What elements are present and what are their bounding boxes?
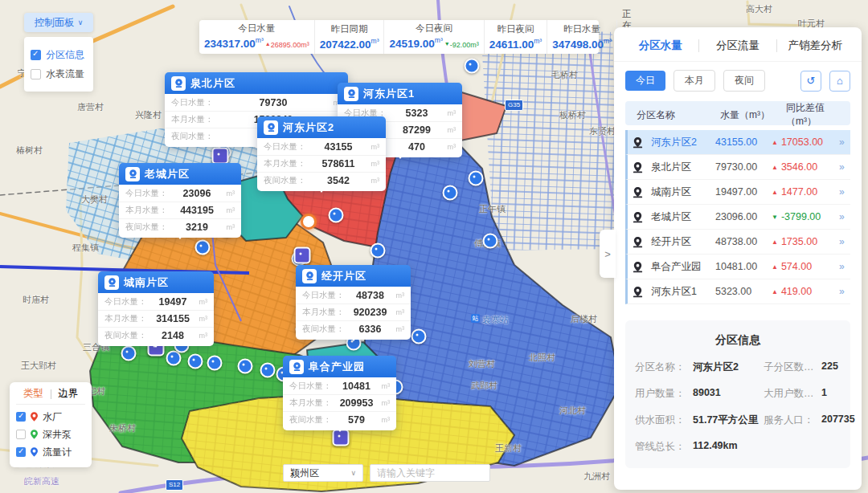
flow-meter-marker[interactable] (465, 59, 480, 74)
map-label: 高大村 (746, 3, 772, 15)
map-legend: 类型 边界 水厂 深井泵 流量计 (10, 382, 92, 467)
train-station-icon: 站 (471, 314, 480, 323)
table-row[interactable]: 老城片区 23096.00 ▼-3799.00 » (625, 205, 850, 230)
filter-month-button[interactable]: 本月 (674, 70, 715, 92)
water-meter-icon (344, 87, 358, 101)
checkbox-checked-icon[interactable] (31, 50, 41, 60)
district-marker[interactable] (212, 148, 229, 165)
row-volume: 19497.00 (715, 186, 772, 198)
checkbox-unchecked-icon[interactable] (31, 69, 41, 79)
table-row[interactable]: 城南片区 19497.00 ▲1477.00 » (625, 180, 850, 205)
legend-tab-type[interactable]: 类型 (16, 387, 51, 401)
home-button[interactable]: ⌂ (829, 71, 850, 92)
keyword-search-input[interactable] (370, 464, 490, 482)
unit-label: m³ (199, 332, 208, 340)
flow-meter-marker[interactable] (329, 208, 344, 223)
info-label: 管线总长： (635, 440, 693, 454)
analysis-panel: 分区水量 分区流量 产销差分析 今日 本月 夜间 ↺ ⌂ 分区名称 水量（m³）… (614, 27, 862, 490)
unit-label: m³ (604, 37, 612, 45)
checkbox-unchecked-icon[interactable] (16, 430, 26, 439)
popup-laocheng[interactable]: 老城片区 今日水量：23096m³ 本月水量：443195m³ 夜间水量：321… (119, 163, 241, 238)
up-arrow-icon: ▲ (772, 263, 778, 271)
undo-button[interactable]: ↺ (800, 71, 821, 92)
legend-item-deepwell[interactable]: 深井泵 (16, 426, 85, 443)
flow-meter-marker[interactable] (443, 185, 458, 201)
table-header: 分区名称 水量（m³） 同比差值（m³） (625, 101, 850, 125)
flow-meter-marker[interactable] (260, 363, 276, 378)
popup-row-value: 470 (387, 141, 448, 153)
district-pin-icon (632, 161, 644, 173)
table-row[interactable]: 河东片区2 43155.00 ▲17053.00 » (625, 130, 850, 155)
row-diff: -3799.00 (781, 211, 821, 222)
tab-partition-volume[interactable]: 分区水量 (622, 39, 698, 53)
flow-meter-marker[interactable] (195, 240, 211, 255)
popup-row-label: 本月水量： (104, 313, 147, 324)
flow-meter-marker[interactable] (469, 171, 484, 186)
info-value: 51.77平方公里 (693, 414, 764, 427)
row-district-name: 泉北片区 (651, 161, 715, 174)
flow-meter-marker[interactable] (188, 354, 203, 369)
flow-meter-marker[interactable] (238, 359, 253, 374)
up-arrow-icon: ▲ (772, 189, 778, 196)
down-arrow-icon: ▼ (444, 41, 450, 47)
filter-today-button[interactable]: 今日 (625, 71, 665, 91)
row-detail-icon[interactable]: » (839, 211, 850, 222)
flow-meter-marker[interactable] (121, 346, 137, 361)
unit-label: m³ (382, 382, 391, 390)
control-panel-toggle[interactable]: 控制面板 ∨ (24, 13, 93, 32)
popup-chengnan[interactable]: 城南片区 今日水量：19497m³ 本月水量：314155m³ 夜间水量：214… (98, 271, 214, 346)
checkbox-checked-icon[interactable] (16, 412, 26, 422)
panel-collapse-toggle[interactable]: > (600, 230, 616, 278)
flow-meter-marker[interactable] (411, 329, 427, 344)
flow-meter-marker[interactable] (207, 356, 223, 371)
row-detail-icon[interactable]: » (839, 286, 850, 297)
unit-label: m³ (371, 160, 380, 168)
legend-item-flowmeter[interactable]: 流量计 (16, 443, 85, 461)
popup-row-label: 本月水量： (125, 205, 168, 216)
popup-hedong2[interactable]: 河东片区2 今日水量：43155m³ 本月水量：578611m³ 夜间水量：35… (257, 116, 386, 191)
checkbox-checked-icon[interactable] (16, 447, 26, 457)
popup-row-value: 5323 (387, 108, 448, 119)
info-value: 1 (821, 387, 855, 401)
row-district-name: 老城片区 (651, 210, 715, 224)
unit-label: m³ (371, 143, 380, 151)
up-arrow-icon: ▲ (772, 288, 778, 295)
row-diff: 574.00 (781, 261, 812, 272)
row-detail-icon[interactable]: » (839, 236, 850, 247)
popup-header: 泉北片区 (165, 72, 348, 94)
layer-toggle-meterflow[interactable]: 水表流量 (31, 64, 87, 84)
popup-fuhe[interactable]: 阜合产业园 今日水量：10481m³ 本月水量：209953m³ 夜间水量：57… (283, 356, 396, 430)
table-row[interactable]: 阜合产业园 10481.00 ▲574.00 » (625, 255, 850, 279)
legend-item-waterplant[interactable]: 水厂 (16, 408, 85, 426)
map-label: 王大郢村 (21, 360, 56, 372)
district-select[interactable]: 颍州区 ∨ (283, 464, 363, 482)
layer-toggle-partition[interactable]: 分区信息 (31, 45, 87, 64)
row-volume: 10481.00 (715, 261, 772, 272)
unit-label: m³ (227, 223, 235, 231)
flow-meter-marker[interactable] (166, 351, 182, 366)
row-detail-icon[interactable]: » (839, 161, 850, 173)
alarm-marker[interactable] (301, 214, 317, 230)
popup-row-value: 10481 (332, 381, 382, 392)
tab-partition-flow[interactable]: 分区流量 (699, 39, 776, 53)
popup-row-value: 2148 (147, 330, 199, 341)
district-marker[interactable] (294, 247, 311, 264)
row-district-name: 河东片区1 (651, 285, 715, 299)
stat-value: 24611.00 (489, 38, 534, 50)
row-detail-icon[interactable]: » (839, 186, 850, 198)
legend-tab-boundary[interactable]: 边界 (51, 387, 86, 401)
table-row[interactable]: 经开片区 48738.00 ▲1735.00 » (625, 230, 850, 255)
map-label: 板桥村 (559, 109, 586, 121)
table-row[interactable]: 泉北片区 79730.00 ▲3546.00 » (625, 155, 850, 180)
popup-jingkai[interactable]: 经开片区 今日水量：48738m³ 本月水量：920239m³ 夜间水量：633… (296, 265, 411, 340)
flow-meter-marker[interactable] (483, 234, 498, 249)
map-label: 北照村 (529, 352, 555, 364)
table-row[interactable]: 河东片区1 5323.00 ▲419.00 » (625, 279, 850, 304)
water-dashboard: 高大村 叶元村 宁老庄镇 唐营村 兴隆村 毛桥村 板桥村 东贤村 椿树村 大樊村… (0, 0, 868, 493)
row-detail-icon[interactable]: » (839, 261, 850, 272)
filter-night-button[interactable]: 夜间 (723, 70, 765, 92)
flow-meter-marker[interactable] (371, 243, 386, 259)
chevron-down-icon: ∨ (78, 18, 84, 26)
tab-nrw-analysis[interactable]: 产销差分析 (777, 39, 854, 53)
row-detail-icon[interactable]: » (839, 136, 850, 148)
